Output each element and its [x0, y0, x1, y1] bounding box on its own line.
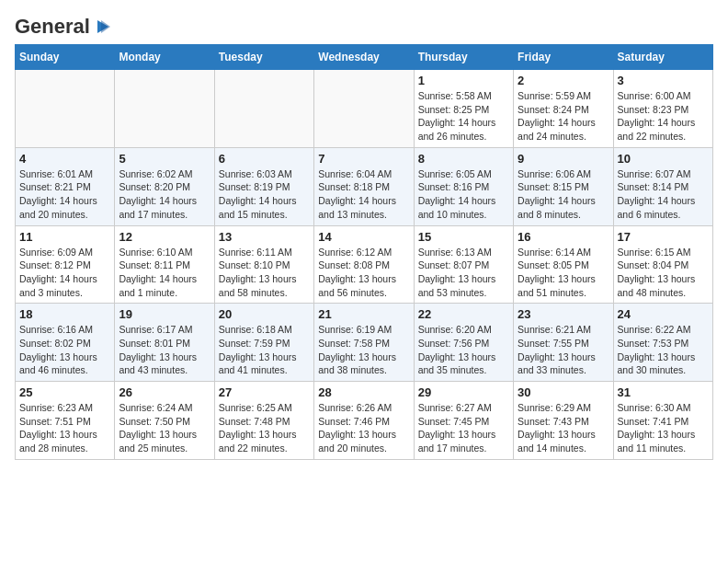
calendar-day-cell: 22Sunrise: 6:20 AM Sunset: 7:56 PM Dayli… — [414, 304, 513, 382]
calendar-day-cell: 12Sunrise: 6:10 AM Sunset: 8:11 PM Dayli… — [115, 225, 214, 304]
day-info: Sunrise: 6:11 AM Sunset: 8:10 PM Dayligh… — [219, 246, 310, 300]
logo: General — [15, 15, 112, 33]
day-number: 7 — [318, 152, 409, 166]
calendar-day-cell: 21Sunrise: 6:19 AM Sunset: 7:58 PM Dayli… — [314, 304, 414, 382]
day-info: Sunrise: 6:12 AM Sunset: 8:08 PM Dayligh… — [318, 246, 409, 300]
day-number: 6 — [219, 152, 310, 166]
day-of-week-header: Friday — [514, 45, 613, 70]
calendar-day-cell: 9Sunrise: 6:06 AM Sunset: 8:15 PM Daylig… — [514, 147, 613, 225]
day-info: Sunrise: 6:30 AM Sunset: 7:41 PM Dayligh… — [618, 401, 709, 455]
calendar-table: SundayMondayTuesdayWednesdayThursdayFrid… — [15, 44, 713, 460]
day-number: 1 — [418, 74, 509, 87]
calendar-day-cell — [16, 70, 115, 148]
day-info: Sunrise: 6:00 AM Sunset: 8:23 PM Dayligh… — [618, 89, 709, 144]
day-info: Sunrise: 6:21 AM Sunset: 7:55 PM Dayligh… — [518, 323, 609, 377]
day-info: Sunrise: 6:09 AM Sunset: 8:12 PM Dayligh… — [19, 246, 110, 300]
calendar-day-cell: 1Sunrise: 5:58 AM Sunset: 8:25 PM Daylig… — [414, 70, 513, 148]
calendar-day-cell: 16Sunrise: 6:14 AM Sunset: 8:05 PM Dayli… — [514, 225, 613, 304]
calendar-day-cell: 29Sunrise: 6:27 AM Sunset: 7:45 PM Dayli… — [414, 382, 513, 460]
day-number: 4 — [19, 152, 110, 166]
day-number: 17 — [618, 230, 709, 244]
calendar-day-cell: 7Sunrise: 6:04 AM Sunset: 8:18 PM Daylig… — [314, 147, 414, 225]
calendar-week-row: 4Sunrise: 6:01 AM Sunset: 8:21 PM Daylig… — [16, 147, 713, 225]
day-number: 30 — [518, 385, 609, 399]
day-info: Sunrise: 6:06 AM Sunset: 8:15 PM Dayligh… — [518, 167, 609, 222]
calendar-day-cell: 8Sunrise: 6:05 AM Sunset: 8:16 PM Daylig… — [414, 147, 513, 225]
day-number: 10 — [618, 152, 709, 166]
day-number: 3 — [618, 74, 709, 87]
day-of-week-header: Sunday — [16, 45, 115, 70]
day-info: Sunrise: 6:22 AM Sunset: 7:53 PM Dayligh… — [618, 323, 709, 377]
day-number: 28 — [318, 385, 409, 399]
day-number: 12 — [119, 230, 210, 244]
calendar-week-row: 25Sunrise: 6:23 AM Sunset: 7:51 PM Dayli… — [16, 382, 713, 460]
day-info: Sunrise: 6:29 AM Sunset: 7:43 PM Dayligh… — [518, 401, 609, 455]
day-info: Sunrise: 6:23 AM Sunset: 7:51 PM Dayligh… — [19, 401, 110, 455]
page-header: General — [15, 15, 713, 33]
day-of-week-header: Thursday — [414, 45, 513, 70]
day-number: 8 — [418, 152, 509, 166]
calendar-day-cell — [214, 70, 313, 148]
day-number: 27 — [219, 385, 310, 399]
day-of-week-header: Monday — [115, 45, 214, 70]
calendar-day-cell: 19Sunrise: 6:17 AM Sunset: 8:01 PM Dayli… — [115, 304, 214, 382]
day-number: 31 — [618, 385, 709, 399]
day-number: 11 — [19, 230, 110, 244]
calendar-day-cell: 20Sunrise: 6:18 AM Sunset: 7:59 PM Dayli… — [214, 304, 313, 382]
day-info: Sunrise: 6:18 AM Sunset: 7:59 PM Dayligh… — [219, 323, 310, 377]
day-number: 2 — [518, 74, 609, 87]
calendar-day-cell: 14Sunrise: 6:12 AM Sunset: 8:08 PM Dayli… — [314, 225, 414, 304]
day-number: 9 — [518, 152, 609, 166]
day-info: Sunrise: 6:13 AM Sunset: 8:07 PM Dayligh… — [418, 246, 509, 300]
day-info: Sunrise: 6:26 AM Sunset: 7:46 PM Dayligh… — [318, 401, 409, 455]
day-info: Sunrise: 6:24 AM Sunset: 7:50 PM Dayligh… — [119, 401, 210, 455]
day-number: 26 — [119, 385, 210, 399]
day-number: 29 — [418, 385, 509, 399]
day-of-week-header: Tuesday — [214, 45, 313, 70]
day-info: Sunrise: 6:10 AM Sunset: 8:11 PM Dayligh… — [119, 246, 210, 300]
calendar-day-cell: 15Sunrise: 6:13 AM Sunset: 8:07 PM Dayli… — [414, 225, 513, 304]
day-info: Sunrise: 5:59 AM Sunset: 8:24 PM Dayligh… — [518, 89, 609, 144]
day-number: 14 — [318, 230, 409, 244]
calendar-day-cell — [314, 70, 414, 148]
day-info: Sunrise: 6:20 AM Sunset: 7:56 PM Dayligh… — [418, 323, 509, 377]
day-number: 21 — [318, 307, 409, 321]
day-info: Sunrise: 6:19 AM Sunset: 7:58 PM Dayligh… — [318, 323, 409, 377]
day-info: Sunrise: 6:16 AM Sunset: 8:02 PM Dayligh… — [19, 323, 110, 377]
calendar-day-cell: 13Sunrise: 6:11 AM Sunset: 8:10 PM Dayli… — [214, 225, 313, 304]
calendar-day-cell: 5Sunrise: 6:02 AM Sunset: 8:20 PM Daylig… — [115, 147, 214, 225]
calendar-header-row: SundayMondayTuesdayWednesdayThursdayFrid… — [16, 45, 713, 70]
calendar-day-cell: 25Sunrise: 6:23 AM Sunset: 7:51 PM Dayli… — [16, 382, 115, 460]
day-number: 18 — [19, 307, 110, 321]
calendar-day-cell: 30Sunrise: 6:29 AM Sunset: 7:43 PM Dayli… — [514, 382, 613, 460]
day-info: Sunrise: 6:07 AM Sunset: 8:14 PM Dayligh… — [618, 167, 709, 222]
calendar-day-cell: 10Sunrise: 6:07 AM Sunset: 8:14 PM Dayli… — [613, 147, 712, 225]
day-number: 13 — [219, 230, 310, 244]
day-info: Sunrise: 5:58 AM Sunset: 8:25 PM Dayligh… — [418, 89, 509, 144]
calendar-day-cell — [115, 70, 214, 148]
day-number: 16 — [518, 230, 609, 244]
calendar-day-cell: 31Sunrise: 6:30 AM Sunset: 7:41 PM Dayli… — [613, 382, 712, 460]
day-info: Sunrise: 6:14 AM Sunset: 8:05 PM Dayligh… — [518, 246, 609, 300]
day-info: Sunrise: 6:25 AM Sunset: 7:48 PM Dayligh… — [219, 401, 310, 455]
day-of-week-header: Saturday — [613, 45, 712, 70]
day-number: 25 — [19, 385, 110, 399]
calendar-day-cell: 17Sunrise: 6:15 AM Sunset: 8:04 PM Dayli… — [613, 225, 712, 304]
day-number: 23 — [518, 307, 609, 321]
day-of-week-header: Wednesday — [314, 45, 414, 70]
calendar-day-cell: 28Sunrise: 6:26 AM Sunset: 7:46 PM Dayli… — [314, 382, 414, 460]
calendar-day-cell: 6Sunrise: 6:03 AM Sunset: 8:19 PM Daylig… — [214, 147, 313, 225]
day-info: Sunrise: 6:05 AM Sunset: 8:16 PM Dayligh… — [418, 167, 509, 222]
calendar-day-cell: 18Sunrise: 6:16 AM Sunset: 8:02 PM Dayli… — [16, 304, 115, 382]
logo-icon — [92, 17, 112, 37]
day-number: 24 — [618, 307, 709, 321]
day-number: 19 — [119, 307, 210, 321]
day-info: Sunrise: 6:02 AM Sunset: 8:20 PM Dayligh… — [119, 167, 210, 222]
day-info: Sunrise: 6:04 AM Sunset: 8:18 PM Dayligh… — [318, 167, 409, 222]
day-number: 20 — [219, 307, 310, 321]
logo-text: General — [15, 15, 90, 39]
calendar-day-cell: 3Sunrise: 6:00 AM Sunset: 8:23 PM Daylig… — [613, 70, 712, 148]
calendar-day-cell: 27Sunrise: 6:25 AM Sunset: 7:48 PM Dayli… — [214, 382, 313, 460]
calendar-day-cell: 26Sunrise: 6:24 AM Sunset: 7:50 PM Dayli… — [115, 382, 214, 460]
calendar-day-cell: 2Sunrise: 5:59 AM Sunset: 8:24 PM Daylig… — [514, 70, 613, 148]
